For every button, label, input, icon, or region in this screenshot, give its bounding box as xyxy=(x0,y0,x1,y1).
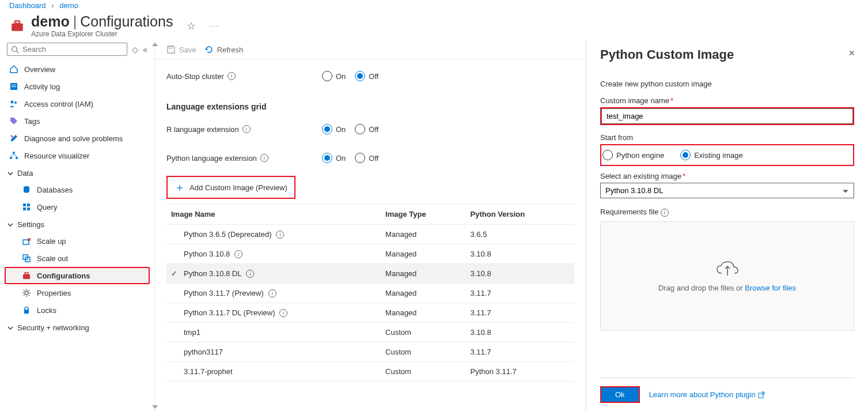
svg-rect-15 xyxy=(23,208,26,210)
nav-query[interactable]: Query xyxy=(5,198,150,216)
image-name: Python 3.11.7 (Preview) xyxy=(184,289,264,297)
info-icon[interactable]: i xyxy=(279,309,287,317)
nav-databases[interactable]: Databases xyxy=(5,181,150,198)
check-icon: ✓ xyxy=(171,269,179,278)
nav-scaleout[interactable]: Scale out xyxy=(5,250,150,267)
existing-image-select[interactable]: Python 3.10.8 DL xyxy=(600,183,854,198)
nav-group-data[interactable]: Data xyxy=(5,164,150,181)
select-image-label: Select an existing image* xyxy=(600,172,854,180)
col-image-type[interactable]: Image Type xyxy=(381,204,465,225)
info-icon[interactable]: i xyxy=(228,72,236,80)
py-off[interactable]: Off xyxy=(355,153,378,163)
image-type: Custom xyxy=(381,362,465,382)
col-image-name[interactable]: Image Name xyxy=(166,204,381,225)
toolbar: Save Refresh xyxy=(155,40,586,59)
plus-icon: ＋ xyxy=(175,180,185,194)
image-name-label: Custom image name* xyxy=(600,96,854,105)
r-off[interactable]: Off xyxy=(355,124,378,134)
page-title: demo|Configurations xyxy=(31,13,173,30)
info-icon[interactable]: i xyxy=(260,154,268,162)
breadcrumb: Dashboard › demo xyxy=(0,0,868,10)
collapse-icon[interactable]: « xyxy=(143,45,147,54)
image-type: Managed xyxy=(381,264,465,284)
wrench-icon xyxy=(9,134,18,143)
image-name: Python 3.11.7 DL (Preview) xyxy=(184,308,275,317)
info-icon[interactable]: i xyxy=(242,125,251,133)
nav-properties[interactable]: Properties xyxy=(5,284,150,301)
cloud-upload-icon xyxy=(716,261,739,278)
svg-rect-6 xyxy=(12,86,16,87)
gear-icon xyxy=(22,288,31,297)
table-row[interactable]: Python 3.11.7 DL (Preview)iManaged3.11.7 xyxy=(166,303,574,323)
nav-group-security[interactable]: Security + networking xyxy=(5,319,150,335)
page-subtitle: Azure Data Explorer Cluster xyxy=(31,30,173,38)
svg-rect-0 xyxy=(12,23,23,31)
autostop-off[interactable]: Off xyxy=(355,71,378,81)
info-icon[interactable]: i xyxy=(276,231,284,239)
expand-icon[interactable]: ◇ xyxy=(132,45,138,54)
refresh-button[interactable]: Refresh xyxy=(204,45,244,54)
nav-group-settings[interactable]: Settings xyxy=(5,216,150,232)
table-row[interactable]: Python 3.11.7 (Preview)iManaged3.11.7 xyxy=(166,284,574,303)
info-icon[interactable]: i xyxy=(234,250,242,258)
nav-scaleup[interactable]: Scale up xyxy=(5,232,150,250)
panel-subtitle: Create new python custom image xyxy=(600,80,854,88)
breadcrumb-current[interactable]: demo xyxy=(59,1,78,10)
r-ext-radio[interactable]: On Off xyxy=(322,124,378,134)
nav-activity[interactable]: Activity log xyxy=(5,78,150,95)
r-on[interactable]: On xyxy=(322,124,346,134)
star-icon[interactable]: ☆ xyxy=(187,20,196,32)
chevron-right-icon: › xyxy=(51,1,54,10)
nav-visualizer[interactable]: Resource visualizer xyxy=(5,147,150,164)
autostop-on[interactable]: On xyxy=(322,71,346,81)
image-type: Managed xyxy=(381,303,465,323)
scroll-indicator xyxy=(153,46,157,405)
opt-existing-image[interactable]: Existing image xyxy=(680,150,743,160)
image-type: Managed xyxy=(381,225,465,244)
side-panel: ✕ Python Custom Image Create new python … xyxy=(586,40,868,411)
nav-overview[interactable]: Overview xyxy=(5,61,150,78)
learn-more-link[interactable]: Learn more about Python plugin xyxy=(649,390,765,399)
refresh-icon xyxy=(204,45,214,54)
table-row[interactable]: Python 3.6.5 (Deprecated)iManaged3.6.5 xyxy=(166,225,574,244)
browse-link[interactable]: Browse for files xyxy=(745,284,796,292)
add-custom-image-button[interactable]: ＋ Add Custom Image (Preview) xyxy=(166,176,295,199)
table-row[interactable]: Python 3.10.8iManaged3.10.8 xyxy=(166,244,574,264)
nav-diagnose[interactable]: Diagnose and solve problems xyxy=(5,130,150,147)
table-row[interactable]: 3.11.7-prophetCustomPython 3.11.7 xyxy=(166,362,574,382)
grid-icon xyxy=(22,202,31,212)
table-row[interactable]: python3117Custom3.11.7 xyxy=(166,342,574,362)
py-on[interactable]: On xyxy=(322,153,346,163)
python-version: 3.11.7 xyxy=(466,342,574,362)
col-python-version[interactable]: Python Version xyxy=(466,204,574,225)
svg-rect-20 xyxy=(23,274,30,279)
nav-iam[interactable]: Access control (IAM) xyxy=(5,95,150,112)
breadcrumb-root[interactable]: Dashboard xyxy=(9,1,46,10)
py-ext-label: Python language extension i xyxy=(166,154,322,163)
info-icon[interactable]: i xyxy=(661,209,669,217)
opt-python-engine[interactable]: Python engine xyxy=(602,150,664,160)
database-icon xyxy=(22,185,31,194)
ext-header: Language extensions grid xyxy=(166,94,574,118)
file-dropzone[interactable]: Drag and drop the files or Browse for fi… xyxy=(600,221,854,331)
image-name: tmp1 xyxy=(184,328,200,337)
info-icon[interactable]: i xyxy=(268,289,276,297)
nav-configurations[interactable]: Configurations xyxy=(5,267,150,284)
start-from-label: Start from xyxy=(600,133,854,142)
close-icon[interactable]: ✕ xyxy=(848,48,855,58)
panel-title: Python Custom Image xyxy=(600,47,854,62)
py-ext-radio[interactable]: On Off xyxy=(322,153,378,163)
more-icon[interactable]: ··· xyxy=(210,21,219,30)
image-name-input[interactable] xyxy=(601,108,853,124)
ok-button[interactable]: Ok xyxy=(601,387,639,402)
table-row[interactable]: ✓Python 3.10.8 DLiManaged3.10.8 xyxy=(166,264,574,284)
nav-locks[interactable]: Locks xyxy=(5,301,150,319)
autostop-radio[interactable]: On Off xyxy=(322,71,378,81)
nav-tags[interactable]: Tags xyxy=(5,112,150,130)
info-icon[interactable]: i xyxy=(246,270,254,278)
hierarchy-icon xyxy=(9,151,18,160)
table-row[interactable]: tmp1Custom3.10.8 xyxy=(166,323,574,342)
start-from-radio[interactable]: Python engine Existing image xyxy=(600,144,854,166)
search-input[interactable] xyxy=(7,43,127,56)
save-icon xyxy=(166,45,176,54)
